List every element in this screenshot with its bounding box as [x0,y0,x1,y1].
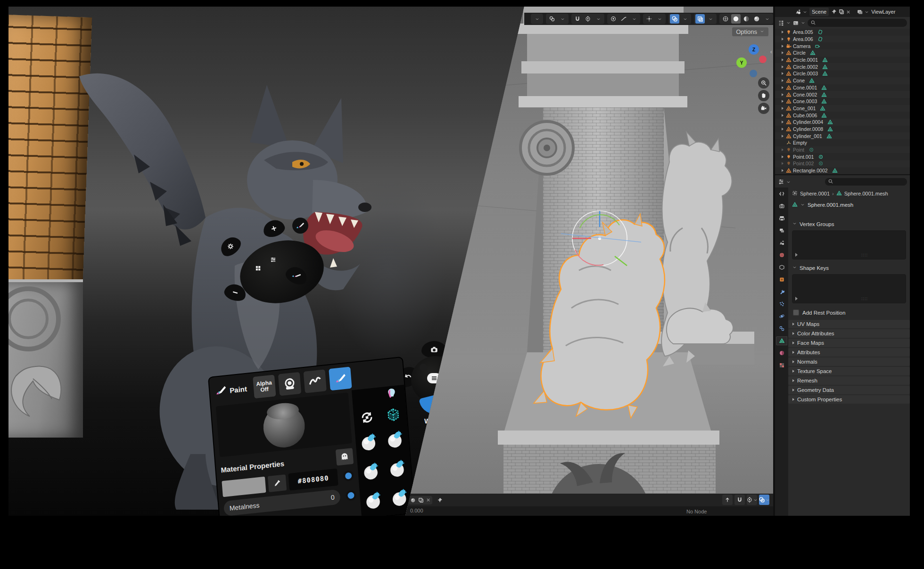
list-grip-icon[interactable]: :::: [861,296,868,301]
scene-selector[interactable]: Scene [809,8,829,16]
outliner-item-label[interactable]: Cylinder.0008 [793,126,823,132]
chevron-down-icon[interactable] [786,179,791,185]
properties-editor-icon[interactable] [778,179,784,185]
panel-face-maps[interactable]: Face Maps [788,339,910,347]
disclosure-triangle-icon[interactable] [782,31,784,33]
panel-texture-space[interactable]: Texture Space [788,367,910,375]
panel-remesh[interactable]: Remesh [788,376,910,385]
mesh-data-icon[interactable] [821,98,827,104]
xray-button[interactable] [695,14,705,24]
outliner-item-point.002[interactable]: Point.002 [775,160,910,167]
eyedropper-button[interactable] [268,474,287,492]
disclosure-triangle-icon[interactable] [782,58,784,61]
panel-color-attributes[interactable]: Color Attributes [788,329,910,338]
properties-tab-physics[interactable] [776,312,787,321]
outliner-item-cone.0001[interactable]: Cone.0001 [775,84,910,91]
pin-icon[interactable] [435,496,445,505]
outliner-item-label[interactable]: Area.005 [793,29,813,35]
disclosure-triangle-icon[interactable] [782,128,784,130]
mesh-data-icon[interactable] [809,78,815,83]
mesh-data-icon[interactable] [810,50,816,56]
outliner-search-input[interactable] [808,19,907,27]
navigation-gizmo[interactable]: ZY [735,43,771,79]
pin-icon[interactable] [831,8,837,15]
point-data-icon[interactable] [808,147,814,153]
falloff-button[interactable] [619,14,628,24]
properties-tab-object[interactable] [776,275,787,284]
outliner-item-cylinder.0008[interactable]: Cylinder.0008 [775,126,910,133]
outliner-item-circle.0001[interactable]: Circle.0001 [775,57,910,64]
copy-icon[interactable] [838,8,845,15]
draw-brush-button[interactable] [358,430,380,455]
outliner-item-label[interactable]: Cone_001 [793,106,816,111]
disclosure-triangle-icon[interactable] [782,100,784,103]
panel-custom-properties[interactable]: Custom Properties [788,395,910,404]
options-dropdown[interactable]: Options [732,27,768,36]
disclosure-triangle-icon[interactable] [782,45,784,48]
webcam-icon[interactable] [278,372,301,396]
outliner-item-area.006[interactable]: Area.006 [775,36,910,43]
disclosure-triangle-icon[interactable] [782,65,784,68]
overlays-button[interactable] [670,14,679,24]
outliner-item-label[interactable]: Cone [793,78,805,83]
outliner-item-cone.0002[interactable]: Cone.0002 [775,91,910,98]
outliner-item-point.001[interactable]: Point.001 [775,153,910,160]
disclosure-triangle-icon[interactable] [782,169,784,172]
mesh-data-icon[interactable] [821,113,827,118]
properties-tab-texture[interactable] [776,361,787,370]
outliner-item-camera[interactable]: Camera [775,42,910,49]
shape-keys-panel-header[interactable]: Shape Keys [788,262,910,273]
properties-tab-material[interactable] [776,349,787,358]
clay-brush-button[interactable] [384,427,407,452]
pivot-button[interactable] [747,495,757,505]
overlay-button[interactable] [759,495,769,505]
outliner-item-cone.0003[interactable]: Cone.0003 [775,98,910,105]
paint-drip-button[interactable] [385,386,398,402]
list-grip-icon[interactable]: :::: [861,252,868,257]
properties-tab-tool[interactable] [776,189,787,198]
light-data-icon[interactable] [817,29,823,35]
disclosure-triangle-icon[interactable] [782,38,784,41]
alpha-off-button[interactable]: Alpha Off [253,374,276,398]
disclosure-triangle-icon[interactable] [782,93,784,96]
radial-gear-button[interactable] [217,233,244,260]
outliner-item-label[interactable]: Point.001 [793,154,814,160]
proportional-button[interactable] [609,14,618,24]
disclosure-triangle-icon[interactable] [782,135,784,138]
list-disclosure-icon[interactable] [795,253,798,257]
chevron-down-button[interactable] [594,14,603,24]
zoom-in-button[interactable] [758,77,769,89]
properties-tab-viewlayer[interactable] [776,226,787,235]
properties-tab-world[interactable] [776,251,787,260]
properties-tab-data[interactable] [776,336,787,345]
vertex-groups-list[interactable]: :::: [792,230,906,260]
outliner-item-circle[interactable]: Circle [775,49,910,57]
camera-view-button[interactable] [758,103,769,114]
disclosure-triangle-icon[interactable] [782,162,784,165]
radial-brush-option-button[interactable] [292,218,308,234]
light-data-icon[interactable] [817,36,823,42]
disclosure-triangle-icon[interactable] [782,155,784,158]
flatten-brush-button[interactable] [363,488,385,513]
point-data-icon[interactable] [818,154,824,160]
metalness-link-toggle[interactable] [346,490,357,501]
outliner-item-label[interactable]: Cone.0002 [793,92,817,98]
up-arrow-button[interactable] [722,495,733,505]
disclosure-triangle-icon[interactable] [782,86,784,89]
outliner-item-label[interactable]: Point.002 [793,161,814,166]
mesh-data-icon[interactable] [827,126,833,132]
outliner-item-point[interactable]: Point [775,146,910,154]
vertex-groups-panel-header[interactable]: Vertex Groups [788,219,910,229]
snap-link-button[interactable] [547,14,557,24]
disclosure-triangle-icon[interactable] [782,121,784,123]
stroke-icon[interactable] [303,369,326,393]
outliner-item-cone[interactable]: Cone [775,77,910,84]
axis-negative-handle[interactable] [750,70,757,77]
outliner-item-label[interactable]: Point [793,147,804,153]
disclosure-triangle-icon[interactable] [782,79,784,82]
mesh-name-field[interactable]: Sphere.0001.mesh [788,199,910,211]
properties-tab-collection[interactable] [776,263,787,272]
chevron-down-icon[interactable] [800,20,806,25]
outliner-item-cube.0006[interactable]: Cube.0006 [775,112,910,119]
mesh-data-icon[interactable] [820,106,825,111]
